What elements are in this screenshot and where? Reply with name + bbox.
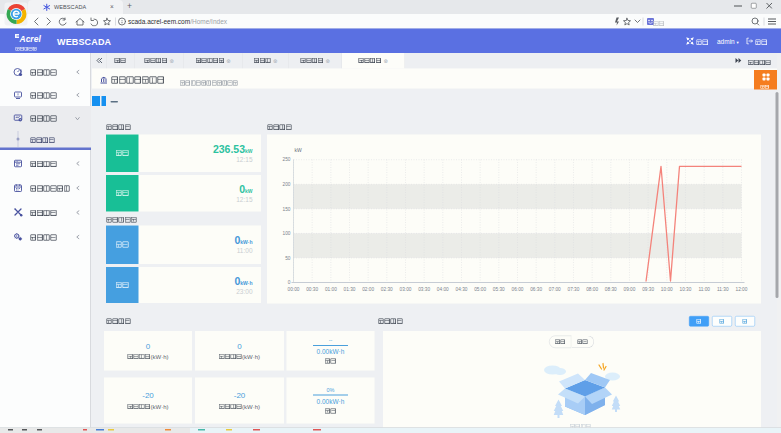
svg-text:10:30: 10:30 xyxy=(680,287,692,292)
svg-text:150: 150 xyxy=(283,207,291,212)
svg-text:00:00: 00:00 xyxy=(288,287,300,292)
svg-text:11:30: 11:30 xyxy=(717,287,729,292)
svg-text:06:00: 06:00 xyxy=(512,287,524,292)
svg-text:200: 200 xyxy=(283,182,291,187)
svg-text:01:30: 01:30 xyxy=(344,287,356,292)
svg-text:00:30: 00:30 xyxy=(306,287,318,292)
svg-text:11:00: 11:00 xyxy=(698,287,710,292)
svg-text:09:30: 09:30 xyxy=(642,287,654,292)
svg-text:09:00: 09:00 xyxy=(624,287,636,292)
svg-text:03:00: 03:00 xyxy=(400,287,412,292)
svg-text:10:00: 10:00 xyxy=(661,287,673,292)
svg-text:07:00: 07:00 xyxy=(549,287,561,292)
svg-text:Acrel: Acrel xyxy=(19,34,42,44)
svg-text:kW: kW xyxy=(295,147,303,153)
svg-text:05:00: 05:00 xyxy=(474,287,486,292)
svg-text:100: 100 xyxy=(283,231,291,236)
svg-text:01:00: 01:00 xyxy=(325,287,337,292)
svg-text:02:00: 02:00 xyxy=(362,287,374,292)
svg-text:02:30: 02:30 xyxy=(381,287,393,292)
svg-text:08:00: 08:00 xyxy=(586,287,598,292)
svg-text:04:30: 04:30 xyxy=(456,287,468,292)
svg-text:0: 0 xyxy=(288,280,291,285)
svg-text:08:30: 08:30 xyxy=(605,287,617,292)
svg-text:04:00: 04:00 xyxy=(437,287,449,292)
svg-text:07:30: 07:30 xyxy=(568,287,580,292)
svg-text:12:00: 12:00 xyxy=(736,287,748,292)
svg-text:250: 250 xyxy=(283,157,291,162)
svg-text:50: 50 xyxy=(285,256,291,261)
svg-text:03:30: 03:30 xyxy=(418,287,430,292)
svg-text:06:30: 06:30 xyxy=(530,287,542,292)
svg-text:05:30: 05:30 xyxy=(493,287,505,292)
